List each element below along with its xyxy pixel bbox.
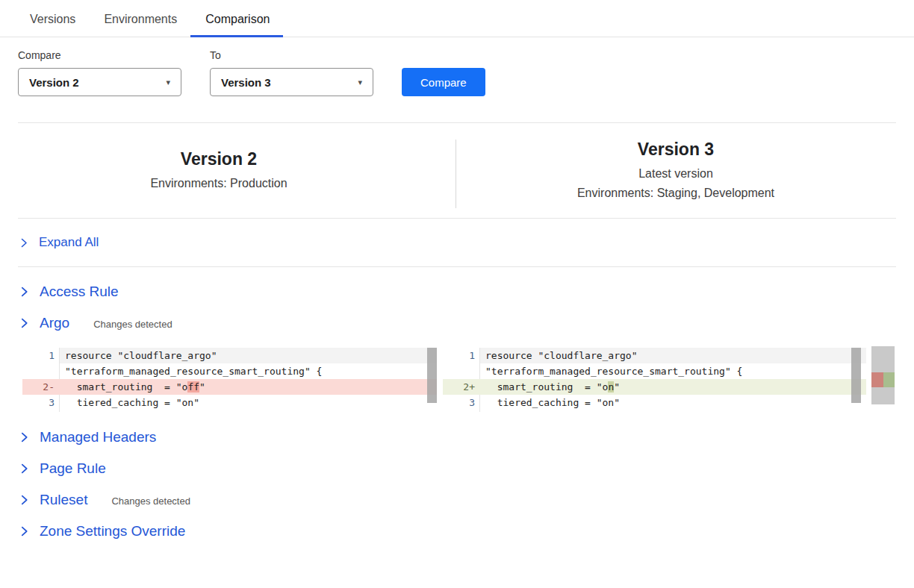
compare-field: Compare Version 2 ▾ bbox=[18, 49, 181, 96]
line-number: 2+ bbox=[443, 379, 480, 395]
expand-all-toggle[interactable]: Expand All bbox=[18, 219, 896, 266]
section-ruleset[interactable]: Ruleset Changes detected bbox=[18, 484, 896, 516]
section-label: Argo bbox=[40, 315, 69, 331]
code-line: "terraform_managed_resource_smart_routin… bbox=[443, 363, 866, 379]
version-left-title: Version 2 bbox=[0, 149, 438, 169]
tab-environments[interactable]: Environments bbox=[104, 0, 177, 37]
chevron-right-icon bbox=[19, 432, 30, 442]
line-number: 3 bbox=[443, 395, 480, 410]
argo-diff: 1 resource "cloudflare_argo" "terraform_… bbox=[22, 346, 914, 412]
line-number: 1 bbox=[22, 348, 60, 363]
scrollbar-thumb[interactable] bbox=[427, 348, 437, 403]
code-line: 1 resource "cloudflare_argo" bbox=[22, 348, 437, 363]
section-page-rule[interactable]: Page Rule bbox=[18, 453, 896, 484]
compare-version-value: Version 2 bbox=[29, 76, 79, 89]
ruler-added-mark bbox=[883, 372, 895, 387]
chevron-right-icon bbox=[19, 495, 30, 505]
line-number: 2- bbox=[22, 379, 60, 395]
version-right-header: Version 3 Latest version Environments: S… bbox=[438, 140, 914, 202]
chevron-right-icon bbox=[19, 526, 30, 537]
version-left-header: Version 2 Environments: Production bbox=[0, 149, 438, 193]
tab-versions[interactable]: Versions bbox=[30, 0, 75, 37]
ruler-removed-mark bbox=[871, 372, 883, 387]
tab-comparison[interactable]: Comparison bbox=[205, 0, 270, 37]
version-headers: Version 2 Environments: Production Versi… bbox=[0, 123, 914, 218]
code-line: 3 tiered_caching = "on" bbox=[443, 395, 866, 410]
code-line-added: 2+ smart_routing = "on" bbox=[443, 379, 866, 395]
tab-bar: Versions Environments Comparison bbox=[0, 0, 914, 37]
section-list: Access Rule Argo Changes detected 1 reso… bbox=[0, 276, 914, 547]
scrollbar-thumb[interactable] bbox=[851, 348, 861, 403]
changes-badge: Changes detected bbox=[93, 316, 172, 330]
section-label: Zone Settings Override bbox=[40, 523, 185, 539]
section-argo[interactable]: Argo Changes detected bbox=[18, 307, 896, 339]
chevron-right-icon bbox=[19, 463, 30, 474]
to-version-select[interactable]: Version 3 ▾ bbox=[210, 68, 373, 96]
code-line: } bbox=[22, 410, 437, 412]
section-label: Ruleset bbox=[40, 492, 87, 508]
compare-field-label: Compare bbox=[18, 49, 181, 61]
expand-all-label: Expand All bbox=[39, 235, 99, 250]
code-line-removed: 2- smart_routing = "off" bbox=[22, 379, 437, 395]
diff-left-panel: 1 resource "cloudflare_argo" "terraform_… bbox=[22, 346, 437, 412]
divider bbox=[18, 266, 896, 267]
diff-overview-ruler bbox=[871, 346, 895, 404]
to-version-value: Version 3 bbox=[221, 76, 271, 89]
code-line: 3 tiered_caching = "on" bbox=[22, 395, 437, 410]
line-number: 3 bbox=[22, 395, 60, 410]
removed-char-highlight: ff bbox=[187, 381, 199, 392]
to-field-label: To bbox=[210, 49, 373, 61]
section-label: Page Rule bbox=[40, 460, 106, 477]
chevron-right-icon bbox=[19, 287, 30, 297]
changes-badge: Changes detected bbox=[111, 493, 190, 507]
code-line: } bbox=[443, 410, 866, 412]
chevron-down-icon: ▾ bbox=[358, 78, 362, 87]
version-left-environments: Environments: Production bbox=[0, 175, 438, 193]
diff-right-panel: 1 resource "cloudflare_argo" "terraform_… bbox=[443, 346, 866, 412]
section-zone-settings-override[interactable]: Zone Settings Override bbox=[18, 516, 896, 547]
compare-button[interactable]: Compare bbox=[402, 68, 485, 96]
version-right-title: Version 3 bbox=[438, 140, 914, 160]
version-right-environments: Environments: Staging, Development bbox=[438, 184, 914, 202]
section-access-rule[interactable]: Access Rule bbox=[18, 276, 896, 307]
chevron-down-icon: ▾ bbox=[166, 78, 170, 87]
code-line: 1 resource "cloudflare_argo" bbox=[443, 348, 866, 363]
line-number: 1 bbox=[443, 348, 480, 363]
version-right-latest-label: Latest version bbox=[438, 165, 914, 183]
code-line: "terraform_managed_resource_smart_routin… bbox=[22, 363, 437, 379]
section-label: Managed Headers bbox=[40, 429, 156, 445]
section-label: Access Rule bbox=[40, 284, 119, 300]
compare-version-select[interactable]: Version 2 ▾ bbox=[18, 68, 181, 96]
chevron-right-icon bbox=[19, 238, 29, 248]
section-managed-headers[interactable]: Managed Headers bbox=[18, 422, 896, 453]
chevron-right-icon bbox=[19, 318, 30, 328]
to-field: To Version 3 ▾ bbox=[210, 49, 373, 96]
vertical-divider bbox=[456, 140, 456, 208]
compare-form: Compare Version 2 ▾ To Version 3 ▾ Compa… bbox=[0, 37, 914, 96]
